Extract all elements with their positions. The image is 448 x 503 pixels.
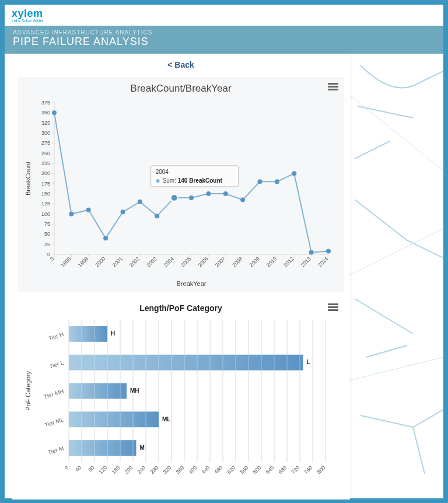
back-row: < Back — [12, 54, 350, 74]
svg-text:300: 300 — [41, 130, 50, 136]
svg-point-83 — [309, 250, 314, 255]
svg-rect-134 — [69, 326, 107, 342]
svg-text:Sum: 140 BreakCount: Sum: 140 BreakCount — [163, 177, 223, 184]
svg-text:Tier L: Tier L — [48, 359, 65, 370]
svg-text:2009: 2009 — [249, 256, 261, 268]
svg-text:Tier MH: Tier MH — [43, 387, 65, 400]
brand-name: xylem — [12, 8, 43, 19]
svg-text:MH: MH — [130, 387, 139, 394]
svg-point-68 — [52, 110, 57, 115]
svg-point-79 — [240, 197, 245, 202]
svg-text:280: 280 — [149, 464, 160, 475]
back-link[interactable]: < Back — [167, 60, 194, 69]
svg-text:320: 320 — [162, 464, 173, 475]
chart2-menu-icon[interactable] — [328, 303, 338, 312]
svg-text:2002: 2002 — [128, 256, 141, 268]
svg-text:2003: 2003 — [145, 256, 158, 268]
svg-text:1998: 1998 — [60, 256, 72, 268]
svg-text:2004: 2004 — [163, 256, 175, 268]
svg-text:350: 350 — [41, 110, 50, 116]
page-title: PIPE FAILURE ANALYSIS — [13, 36, 435, 48]
chart-length-pof: Length/PoF Category 04080120160200240280… — [18, 298, 344, 488]
svg-text:75: 75 — [44, 221, 50, 227]
svg-rect-139 — [69, 355, 303, 371]
svg-text:175: 175 — [41, 181, 50, 187]
svg-text:125: 125 — [41, 201, 50, 207]
svg-point-85 — [171, 194, 178, 201]
svg-rect-176 — [69, 440, 136, 456]
svg-text:2006: 2006 — [197, 256, 209, 268]
svg-text:BreakYear: BreakYear — [177, 280, 206, 287]
svg-point-88 — [156, 179, 160, 183]
svg-text:440: 440 — [201, 464, 211, 475]
svg-rect-160 — [69, 383, 127, 399]
svg-rect-167 — [69, 411, 159, 427]
svg-text:600: 600 — [252, 464, 262, 475]
svg-text:200: 200 — [41, 170, 50, 176]
svg-text:BreakCount: BreakCount — [24, 162, 32, 195]
svg-text:200: 200 — [124, 464, 134, 475]
svg-text:225: 225 — [41, 160, 50, 166]
svg-text:250: 250 — [41, 151, 50, 156]
svg-text:325: 325 — [41, 120, 50, 126]
svg-text:40: 40 — [74, 464, 82, 473]
svg-text:80: 80 — [87, 464, 95, 473]
svg-text:L: L — [307, 359, 310, 365]
svg-text:2014: 2014 — [317, 256, 329, 268]
svg-point-69 — [69, 212, 74, 216]
svg-point-78 — [223, 191, 228, 196]
chart2-title: Length/PoF Category — [22, 303, 340, 313]
chart1-plot: 0255075100125150175200225250275300325350… — [22, 97, 337, 289]
svg-point-70 — [86, 208, 91, 212]
svg-text:520: 520 — [226, 464, 237, 475]
svg-point-73 — [138, 200, 142, 204]
app-frame: xylem Let's Solve Water ADVANCED INFRAST… — [0, 0, 448, 503]
svg-text:Tier ML: Tier ML — [44, 416, 65, 428]
svg-point-81 — [275, 179, 279, 184]
svg-text:760: 760 — [303, 464, 314, 475]
svg-text:680: 680 — [278, 464, 288, 475]
svg-text:M: M — [140, 445, 145, 451]
svg-point-84 — [326, 249, 331, 253]
svg-text:0: 0 — [64, 464, 70, 471]
header-band: ADVANCED INFRASTRUCTURE ANALYTICS PIPE F… — [5, 26, 443, 54]
brand-tagline: Let's Solve Water — [12, 19, 43, 23]
svg-text:560: 560 — [239, 464, 250, 475]
svg-text:720: 720 — [290, 464, 301, 475]
topbar: xylem Let's Solve Water — [5, 5, 443, 26]
svg-point-74 — [155, 214, 159, 218]
chart1-menu-icon[interactable] — [328, 83, 338, 91]
svg-text:2010: 2010 — [265, 256, 278, 268]
svg-text:240: 240 — [136, 464, 147, 475]
svg-text:2005: 2005 — [180, 256, 192, 268]
svg-text:275: 275 — [41, 140, 50, 146]
svg-text:PoF Category: PoF Category — [24, 371, 32, 411]
svg-text:360: 360 — [175, 464, 186, 475]
svg-point-80 — [258, 179, 262, 184]
svg-point-72 — [121, 209, 125, 214]
svg-text:2000: 2000 — [94, 256, 106, 268]
svg-text:25: 25 — [44, 242, 50, 247]
svg-text:150: 150 — [41, 191, 50, 197]
svg-text:640: 640 — [265, 464, 275, 475]
svg-point-82 — [292, 171, 296, 176]
chart1-title: BreakCount/BreakYear — [22, 83, 340, 95]
charts-panel: < Back BreakCount/BreakYear 025507510012… — [12, 54, 350, 499]
svg-text:100: 100 — [41, 211, 50, 217]
svg-text:800: 800 — [316, 464, 327, 475]
svg-point-76 — [189, 195, 194, 200]
brand-logo: xylem Let's Solve Water — [12, 8, 43, 23]
svg-text:2007: 2007 — [214, 256, 226, 268]
svg-text:2004: 2004 — [156, 169, 169, 175]
svg-text:H: H — [111, 330, 115, 337]
svg-text:480: 480 — [214, 464, 224, 475]
svg-text:Tier M: Tier M — [47, 445, 65, 456]
svg-text:ML: ML — [162, 416, 170, 422]
svg-text:2012: 2012 — [282, 256, 295, 268]
content-area: < Back BreakCount/BreakYear 025507510012… — [5, 54, 443, 499]
chart-breakcount-breakyear: BreakCount/BreakYear 0255075100125150175… — [18, 77, 344, 292]
svg-point-71 — [103, 236, 108, 240]
svg-text:2008: 2008 — [231, 256, 243, 268]
svg-text:160: 160 — [111, 464, 121, 475]
svg-text:50: 50 — [44, 231, 50, 237]
